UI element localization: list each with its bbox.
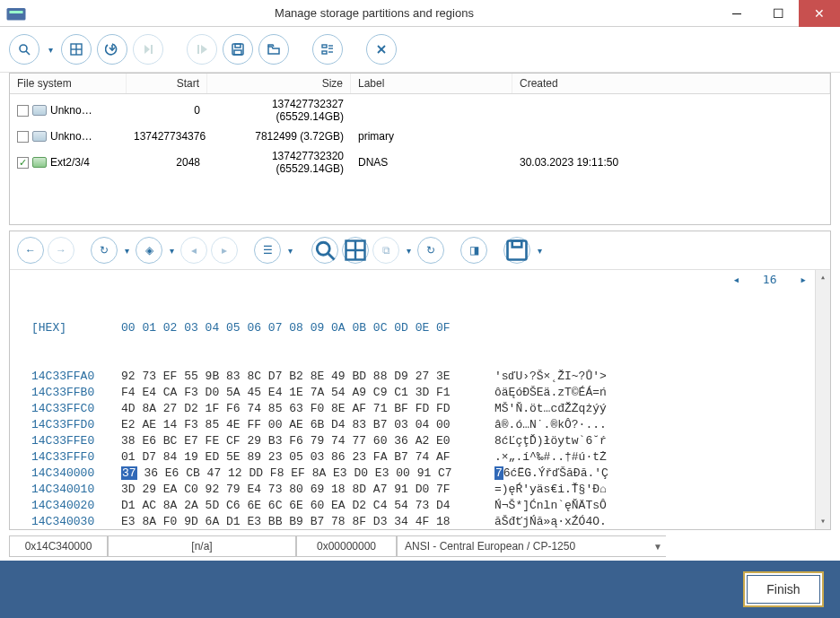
status-na: [n/a] bbox=[108, 535, 296, 557]
save-icon[interactable] bbox=[223, 34, 253, 65]
minimize-button[interactable]: ─ bbox=[716, 0, 757, 27]
hex-addr: 14C33FFF0 bbox=[31, 449, 121, 466]
hex-row[interactable]: 14C33FFD0E2 AE 14 F3 85 4E FF 00 AE 6B D… bbox=[31, 417, 823, 433]
hex-row[interactable]: 14C33FFC04D 8A 27 D2 1F F6 74 85 63 F0 8… bbox=[31, 401, 823, 417]
hex-ascii: 8ćĽçţĎ)łöytw`6˘ŕ bbox=[494, 433, 607, 449]
vertical-scrollbar[interactable]: ▴ ▾ bbox=[815, 270, 830, 529]
status-bar: 0x14C340000 [n/a] 0x00000000 ANSI - Cent… bbox=[9, 535, 831, 557]
compare-icon[interactable]: ◨ bbox=[460, 237, 487, 264]
redo-icon[interactable]: ↻ bbox=[91, 237, 118, 264]
list-icon[interactable]: ☰ bbox=[254, 237, 281, 264]
col-start[interactable]: Start bbox=[127, 74, 207, 93]
hex-addr: 14C340020 bbox=[31, 498, 121, 514]
page-nav[interactable]: ◂ 16 ▸ bbox=[732, 272, 807, 288]
search-icon[interactable] bbox=[9, 34, 39, 65]
dropdown-icon[interactable]: ▾ bbox=[534, 246, 545, 256]
col-label[interactable]: Label bbox=[351, 74, 512, 93]
hex-bytes: E3 8A F0 9D 6A D1 E3 BB B9 B7 78 8F D3 3… bbox=[121, 514, 494, 529]
svg-rect-9 bbox=[197, 45, 199, 54]
forward-icon: → bbox=[48, 237, 74, 264]
svg-rect-27 bbox=[512, 241, 522, 248]
encoding-dropdown[interactable]: ANSI - Central European / CP-1250▼ bbox=[397, 535, 666, 557]
hex-ascii: ôäĘóĐŠEä.zT©ÉÁ=ń bbox=[494, 385, 607, 401]
checkbox[interactable] bbox=[17, 105, 29, 117]
cell-size: 7812499 (3.72GB) bbox=[207, 128, 351, 144]
svg-rect-13 bbox=[234, 50, 241, 55]
cell-start: 137427734376 bbox=[127, 128, 207, 144]
dropdown-icon[interactable]: ▾ bbox=[284, 246, 295, 256]
hex-ascii: .×„.í^‰#..†#ú·tŻ bbox=[494, 449, 607, 466]
hex-row[interactable]: 14C33FFB0F4 E4 CA F3 D0 5A 45 E4 1E 7A 5… bbox=[31, 385, 823, 401]
back-icon[interactable]: ← bbox=[17, 237, 44, 264]
hex-body[interactable]: ◂ 16 ▸ [HEX]00 01 02 03 04 05 06 07 08 0… bbox=[10, 270, 830, 529]
cell-created bbox=[512, 135, 830, 138]
svg-rect-0 bbox=[7, 8, 26, 21]
play-icon bbox=[187, 34, 217, 65]
hex-addr: 14C33FFC0 bbox=[31, 401, 121, 417]
svg-rect-12 bbox=[235, 44, 241, 48]
hex-ascii: Ń¬Š*]Ćnln`ęŇÄTsÔ bbox=[494, 498, 607, 514]
scroll-down-icon[interactable]: ▾ bbox=[817, 514, 830, 529]
dropdown-icon[interactable]: ▾ bbox=[45, 45, 56, 55]
chevron-down-icon: ▼ bbox=[653, 542, 662, 552]
table-row[interactable]: Unkno…0137427732327 (65529.14GB) bbox=[10, 94, 830, 126]
search-icon[interactable] bbox=[311, 237, 338, 264]
properties-icon[interactable] bbox=[312, 34, 343, 65]
fs-name: Ext2/3/4 bbox=[50, 156, 90, 169]
table-row[interactable]: ✓Ext2/3/42048137427732320 (65529.14GB)DN… bbox=[10, 146, 830, 178]
close-button[interactable]: ✕ bbox=[799, 0, 840, 27]
page-number: 16 bbox=[763, 272, 777, 288]
svg-marker-7 bbox=[144, 45, 150, 54]
nav-next-icon: ▸ bbox=[211, 237, 238, 264]
cell-label: DNAS bbox=[351, 154, 512, 170]
col-size[interactable]: Size bbox=[207, 74, 351, 93]
hex-row[interactable]: 14C33FFE038 E6 BC E7 FE CF 29 B3 F6 79 7… bbox=[31, 433, 823, 449]
main-toolbar: ▾ bbox=[0, 27, 840, 73]
hex-addr: 14C33FFD0 bbox=[31, 417, 121, 433]
refresh-icon[interactable]: ↻ bbox=[417, 237, 444, 264]
table-row[interactable]: Unkno…1374277343767812499 (3.72GB)primar… bbox=[10, 126, 830, 146]
hex-col-header: 00 01 02 03 04 05 06 07 08 09 0A 0B 0C 0… bbox=[121, 320, 494, 336]
hex-addr: 14C340030 bbox=[31, 514, 121, 529]
grid-icon[interactable] bbox=[61, 34, 92, 65]
open-folder-icon[interactable] bbox=[258, 34, 289, 65]
dropdown-icon[interactable]: ▾ bbox=[166, 246, 177, 256]
hex-row[interactable]: 14C33FFF001 D7 84 19 ED 5E 89 23 05 03 8… bbox=[31, 449, 823, 466]
hex-addr: 14C33FFB0 bbox=[31, 385, 121, 401]
maximize-button[interactable]: ☐ bbox=[757, 0, 799, 27]
finish-button[interactable]: Finish bbox=[743, 571, 824, 607]
hex-bytes: 01 D7 84 19 ED 5E 89 23 05 03 86 23 FA B… bbox=[121, 449, 494, 466]
cancel-icon[interactable] bbox=[366, 34, 397, 65]
reload-icon[interactable] bbox=[97, 34, 127, 65]
hex-row[interactable]: 14C34000037 36 E6 CB 47 12 DD F8 EF 8A E… bbox=[31, 466, 823, 482]
scroll-up-icon[interactable]: ▴ bbox=[817, 270, 830, 285]
hex-row[interactable]: 14C33FFA092 73 EF 55 9B 83 8C D7 B2 8E 4… bbox=[31, 369, 823, 385]
col-file-system[interactable]: File system bbox=[10, 74, 127, 93]
hex-row[interactable]: 14C340020D1 AC 8A 2A 5D C6 6E 6C 6E 60 E… bbox=[31, 498, 823, 514]
fs-name: Unkno… bbox=[50, 130, 92, 143]
cell-start: 2048 bbox=[127, 154, 207, 170]
grid-icon[interactable] bbox=[342, 237, 369, 264]
col-created[interactable]: Created bbox=[512, 74, 830, 93]
bookmark-icon[interactable]: ◈ bbox=[136, 237, 162, 264]
dropdown-icon[interactable]: ▾ bbox=[403, 246, 414, 256]
save-icon[interactable] bbox=[503, 237, 530, 264]
hex-bytes: 3D 29 EA C0 92 79 E4 73 80 69 18 8D A7 9… bbox=[121, 482, 494, 498]
checkbox[interactable]: ✓ bbox=[17, 157, 29, 169]
checkbox[interactable] bbox=[17, 131, 29, 143]
hex-row[interactable]: 14C340030E3 8A F0 9D 6A D1 E3 BB B9 B7 7… bbox=[31, 514, 823, 529]
cell-size: 137427732327 (65529.14GB) bbox=[207, 96, 351, 125]
disk-icon bbox=[32, 131, 47, 142]
svg-rect-1 bbox=[10, 11, 23, 13]
hex-row[interactable]: 14C3400103D 29 EA C0 92 79 E4 73 80 69 1… bbox=[31, 482, 823, 498]
svg-rect-8 bbox=[151, 45, 153, 54]
dropdown-icon[interactable]: ▾ bbox=[121, 246, 132, 256]
hex-ascii: =)ęŔ'yäs€i.Ť§'Đ⌂ bbox=[494, 482, 607, 498]
hex-bytes: 92 73 EF 55 9B 83 8C D7 B2 8E 49 BD 88 D… bbox=[121, 369, 494, 385]
hex-ascii: 'sďU›?Š×˛ŽI~?Ů'> bbox=[494, 369, 607, 385]
table-header: File system Start Size Label Created bbox=[10, 74, 830, 94]
svg-point-21 bbox=[317, 242, 329, 255]
cell-created: 30.03.2023 19:11:50 bbox=[512, 154, 830, 170]
partition-table: File system Start Size Label Created Unk… bbox=[9, 73, 831, 225]
skip-end-icon bbox=[133, 34, 163, 65]
